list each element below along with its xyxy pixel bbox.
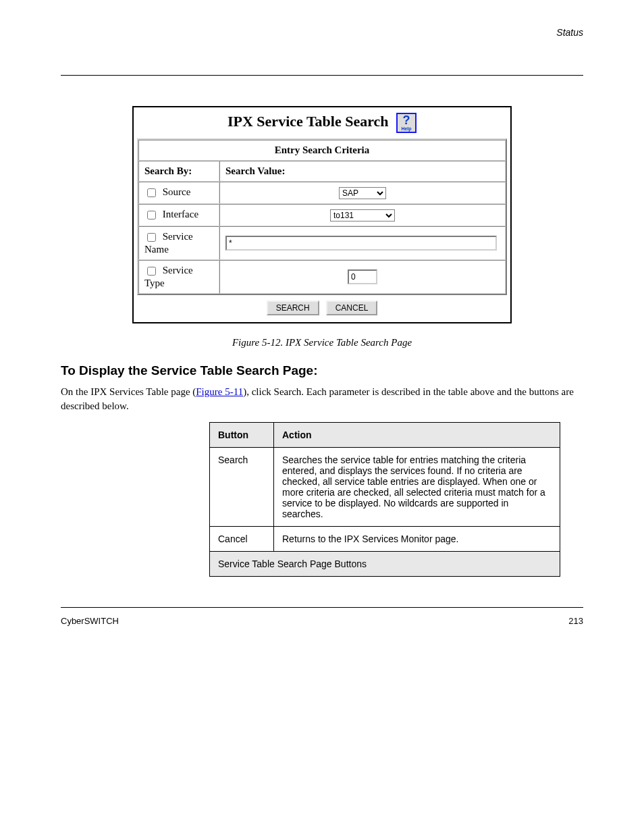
footer-left: CyberSWITCH bbox=[61, 616, 119, 626]
tbl-r2-button: Cancel bbox=[210, 526, 274, 551]
source-select[interactable]: SAP bbox=[339, 187, 386, 199]
page-footer: CyberSWITCH 213 bbox=[61, 616, 583, 626]
header-right: Status bbox=[61, 27, 583, 38]
row-source: Source SAP bbox=[138, 182, 506, 204]
source-label: Source bbox=[163, 186, 191, 197]
table-row: Cancel Returns to the IPX Services Monit… bbox=[210, 526, 560, 551]
search-by-header: Search By: bbox=[138, 161, 219, 182]
interface-checkbox[interactable] bbox=[147, 211, 156, 219]
table-row: Search Searches the service table for en… bbox=[210, 447, 560, 526]
interface-label: Interface bbox=[163, 209, 198, 219]
service-type-checkbox[interactable] bbox=[147, 267, 156, 276]
source-checkbox[interactable] bbox=[147, 188, 156, 197]
search-button[interactable]: SEARCH bbox=[267, 301, 319, 315]
row-service-name: Service Name bbox=[138, 226, 506, 260]
figure-link[interactable]: Figure 5-11 bbox=[196, 386, 243, 397]
figure-title-row: IPX Service Table Search ? Help bbox=[134, 107, 510, 137]
tbl-header-button: Button bbox=[210, 422, 274, 447]
figure-caption: Figure 5-12. IPX Service Table Search Pa… bbox=[61, 337, 583, 348]
question-mark-icon: ? bbox=[398, 115, 415, 126]
interface-select[interactable]: to131 bbox=[330, 209, 395, 221]
footer-page-number: 213 bbox=[568, 616, 583, 626]
para-text-pre: On the IPX Services Table page ( bbox=[61, 386, 196, 397]
buttons-description-table: Button Action Search Searches the servic… bbox=[209, 422, 560, 577]
cancel-button[interactable]: CANCEL bbox=[326, 301, 378, 315]
row-interface: Interface to131 bbox=[138, 204, 506, 226]
section-title: To Display the Service Table Search Page… bbox=[61, 363, 583, 378]
search-value-header: Search Value: bbox=[219, 161, 506, 182]
figure-panel: IPX Service Table Search ? Help Entry Se… bbox=[132, 106, 512, 323]
service-name-checkbox[interactable] bbox=[147, 233, 156, 242]
tbl-r1-action: Searches the service table for entries m… bbox=[274, 447, 560, 526]
bottom-horizontal-rule bbox=[61, 607, 583, 608]
figure-title: IPX Service Table Search bbox=[227, 113, 389, 130]
row-service-type: Service Type bbox=[138, 260, 506, 294]
tbl-header-action: Action bbox=[274, 422, 560, 447]
tbl-r1-button: Search bbox=[210, 447, 274, 526]
tbl-r2-action: Returns to the IPX Services Monitor page… bbox=[274, 526, 560, 551]
top-horizontal-rule bbox=[61, 75, 583, 76]
criteria-header: Entry Search Criteria bbox=[138, 140, 506, 161]
tbl-footer: Service Table Search Page Buttons bbox=[210, 551, 560, 576]
service-name-input[interactable] bbox=[225, 236, 497, 251]
help-icon-label: Help bbox=[398, 126, 415, 131]
service-type-input[interactable] bbox=[348, 269, 377, 284]
help-icon[interactable]: ? Help bbox=[396, 113, 417, 133]
section-paragraph: On the IPX Services Table page (Figure 5… bbox=[61, 385, 583, 413]
button-row: SEARCH CANCEL bbox=[134, 295, 510, 322]
search-criteria-table: Entry Search Criteria Search By: Search … bbox=[137, 138, 507, 295]
